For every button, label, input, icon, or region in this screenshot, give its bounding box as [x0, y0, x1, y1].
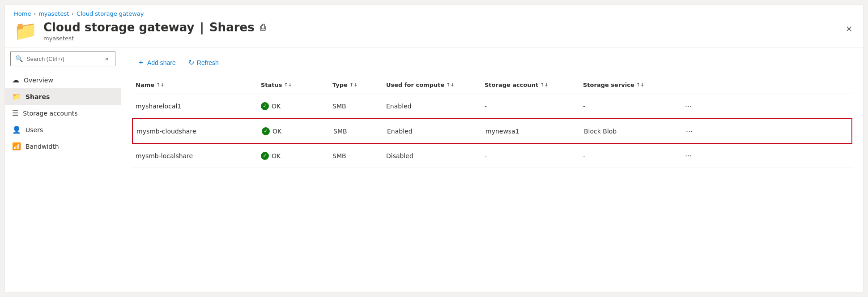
col-header-actions: [678, 80, 705, 90]
cell-name-2: mysmb-localshare: [132, 148, 257, 164]
storage-icon: ☰: [12, 109, 18, 117]
col-header-used-for-compute[interactable]: Used for compute ↑↓: [383, 80, 481, 90]
type-text-1: SMB: [333, 128, 347, 135]
col-header-type[interactable]: Type ↑↓: [329, 80, 383, 90]
check-icon-1: ✓: [262, 127, 270, 135]
cell-type-2: SMB: [329, 148, 383, 164]
cell-type-1: SMB: [330, 123, 383, 139]
breadcrumb: Home › myasetest › Cloud storage gateway: [5, 5, 863, 17]
close-icon[interactable]: ✕: [844, 22, 854, 35]
header-left: 📁 Cloud storage gateway | Shares ⎙ myase…: [14, 21, 265, 42]
search-bar[interactable]: 🔍 «: [10, 51, 115, 66]
status-ok-2: ✓ OK: [261, 152, 281, 160]
breadcrumb-sep2: ›: [72, 11, 74, 17]
header-separator: |: [200, 21, 204, 34]
sidebar-item-users[interactable]: 👤 Users: [5, 121, 121, 138]
folder-icon: 📁: [14, 22, 37, 40]
breadcrumb-home[interactable]: Home: [14, 10, 31, 17]
cell-storage-service-2: -: [579, 148, 678, 164]
sidebar-label-storage-accounts: Storage accounts: [23, 110, 77, 117]
header-title-text: Cloud storage gateway: [43, 21, 194, 34]
refresh-button[interactable]: ↻ Refresh: [183, 55, 224, 70]
refresh-icon: ↻: [188, 58, 194, 67]
more-actions-button-0[interactable]: ···: [681, 99, 695, 112]
type-text-2: SMB: [332, 152, 346, 159]
folder-nav-icon: 📁: [12, 92, 21, 101]
sort-icon-status: ↑↓: [284, 82, 292, 88]
add-icon: ＋: [137, 58, 145, 67]
search-input[interactable]: [26, 56, 99, 62]
storage-account-text-1: mynewsa1: [485, 128, 519, 135]
cell-compute-2: Disabled: [383, 148, 481, 164]
compute-text-0: Enabled: [386, 103, 412, 110]
main-panel: ＋ Add share ↻ Refresh Name ↑↓: [121, 47, 863, 292]
header-row: 📁 Cloud storage gateway | Shares ⎙ myase…: [5, 17, 863, 47]
col-header-storage-service[interactable]: Storage service ↑↓: [579, 80, 678, 90]
cell-storage-service-0: -: [579, 98, 678, 114]
sidebar-label-bandwidth: Bandwidth: [26, 143, 59, 150]
storage-account-text-2: -: [485, 152, 487, 159]
cell-status-0: ✓ OK: [257, 98, 329, 115]
table-row: mysharelocal1 ✓ OK SMB Enabled: [132, 94, 852, 118]
sidebar-item-shares[interactable]: 📁 Shares: [5, 88, 121, 105]
cell-compute-0: Enabled: [383, 98, 481, 114]
table-row: mysmb-localshare ✓ OK SMB Disabled: [132, 144, 852, 168]
status-text-0: OK: [272, 103, 281, 110]
search-icon: 🔍: [15, 55, 23, 62]
sidebar: 🔍 « ☁ Overview 📁 Shares ☰ Storage accoun…: [5, 47, 121, 292]
header-title-block: Cloud storage gateway | Shares ⎙ myasete…: [43, 21, 265, 42]
type-text-0: SMB: [332, 103, 346, 110]
breadcrumb-cloudgateway[interactable]: Cloud storage gateway: [77, 10, 144, 17]
check-icon-0: ✓: [261, 102, 269, 110]
sort-icon-storage-service: ↑↓: [636, 82, 644, 88]
status-text-1: OK: [272, 128, 281, 135]
storage-service-text-0: -: [583, 103, 585, 110]
col-header-storage-account[interactable]: Storage account ↑↓: [481, 80, 579, 90]
cell-name-1: mysmb-cloudshare: [133, 123, 258, 139]
col-header-status[interactable]: Status ↑↓: [257, 80, 329, 90]
more-actions-button-1[interactable]: ···: [682, 125, 696, 138]
table-header: Name ↑↓ Status ↑↓ Type ↑↓ Used for compu…: [132, 76, 852, 94]
cell-name-0: mysharelocal1: [132, 98, 257, 114]
cell-status-2: ✓ OK: [257, 147, 329, 164]
status-text-2: OK: [272, 152, 281, 159]
sort-icon-storage-account: ↑↓: [540, 82, 548, 88]
page-title: Cloud storage gateway | Shares ⎙: [43, 21, 265, 34]
toolbar: ＋ Add share ↻ Refresh: [132, 47, 852, 76]
sidebar-label-shares: Shares: [26, 93, 50, 100]
add-share-button[interactable]: ＋ Add share: [132, 55, 181, 70]
header-subtitle: myasetest: [43, 35, 265, 42]
compute-text-2: Disabled: [386, 152, 413, 159]
storage-service-text-2: -: [583, 152, 585, 159]
cell-storage-account-0: -: [481, 98, 579, 114]
cell-actions-1: ···: [679, 120, 706, 142]
cell-storage-account-2: -: [481, 148, 579, 164]
cell-compute-1: Enabled: [383, 123, 482, 139]
more-actions-button-2[interactable]: ···: [681, 149, 695, 162]
user-icon: 👤: [12, 125, 21, 134]
header-section-text: Shares: [209, 21, 255, 34]
status-ok-0: ✓ OK: [261, 102, 281, 110]
collapse-button[interactable]: «: [103, 54, 111, 63]
share-name-1[interactable]: mysmb-cloudshare: [136, 128, 196, 135]
share-name-0[interactable]: mysharelocal1: [136, 103, 181, 110]
content-area: 🔍 « ☁ Overview 📁 Shares ☰ Storage accoun…: [5, 47, 863, 292]
cloud-icon: ☁: [12, 76, 19, 84]
sort-icon-compute: ↑↓: [446, 82, 454, 88]
bandwidth-icon: 📶: [12, 142, 21, 151]
col-header-name[interactable]: Name ↑↓: [132, 80, 257, 90]
print-icon[interactable]: ⎙: [260, 22, 265, 33]
cell-type-0: SMB: [329, 98, 383, 114]
cell-storage-account-1: mynewsa1: [482, 123, 580, 139]
share-name-2[interactable]: mysmb-localshare: [136, 152, 193, 159]
cell-storage-service-1: Block Blob: [580, 123, 679, 139]
sidebar-item-overview[interactable]: ☁ Overview: [5, 72, 121, 88]
add-share-label: Add share: [147, 59, 176, 66]
breadcrumb-myasetest[interactable]: myasetest: [38, 10, 69, 17]
status-ok-1: ✓ OK: [262, 127, 281, 135]
sidebar-item-bandwidth[interactable]: 📶 Bandwidth: [5, 138, 121, 155]
storage-service-text-1: Block Blob: [584, 128, 617, 135]
sidebar-item-storage-accounts[interactable]: ☰ Storage accounts: [5, 105, 121, 121]
refresh-label: Refresh: [197, 59, 219, 66]
breadcrumb-sep1: ›: [34, 11, 36, 17]
